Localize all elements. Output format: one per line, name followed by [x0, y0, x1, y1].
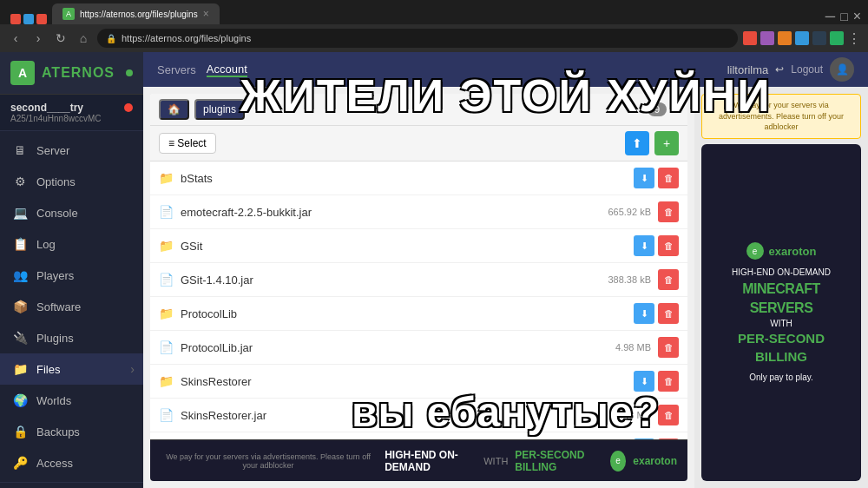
browser-tabs: A https://aternos.org/files/plugins × ─ … [0, 0, 868, 24]
username-label: liltorilma [727, 63, 769, 76]
players-nav-icon: 👥 [12, 267, 28, 283]
sidebar-item-console[interactable]: 💻 Console [0, 197, 143, 228]
file-item-protocollib-jar[interactable]: 📄 ProtocolLib.jar 4.98 MB 🗑 [150, 331, 687, 365]
file-toolbar: ≡ Select ⬆ + [150, 126, 687, 162]
ext2-icon[interactable] [760, 31, 774, 45]
file-item-skinsrestorer-folder[interactable]: 📁 SkinsRestorer ⬇ 🗑 [150, 365, 687, 399]
top-nav-servers[interactable]: Servers [157, 63, 196, 76]
server-nav-label: Server [36, 144, 69, 157]
file-item-update-folder[interactable]: 📁 update ⬇ 🗑 [150, 432, 687, 439]
window-minimize[interactable]: ─ [825, 9, 835, 24]
backups-nav-icon: 🔒 [12, 424, 28, 439]
console-nav-icon: 💻 [12, 205, 28, 221]
plugins-nav-icon: 🔌 [12, 330, 28, 346]
sidebar-item-plugins[interactable]: 🔌 Plugins [0, 322, 143, 353]
software-nav-icon: 📦 [12, 299, 28, 314]
ext3-icon[interactable] [778, 31, 792, 45]
sidebar-item-players[interactable]: 👥 Players [0, 260, 143, 291]
file-item-actions: ⬇ 🗑 [634, 168, 679, 188]
ad-only-text: Only pay to play. [749, 373, 813, 382]
file-item-name: bStats [181, 172, 634, 185]
sidebar-item-files[interactable]: 📁 Files [0, 353, 143, 385]
file-item-name: GSit-1.4.10.jar [181, 274, 608, 287]
server-status-indicator [124, 103, 133, 112]
file-item-protocollib-folder[interactable]: 📁 ProtocolLib ⬇ 🗑 [150, 297, 687, 331]
exaroton-ad-banner[interactable]: e exaroton HIGH-END ON-DEMAND MINECRAFT … [701, 144, 861, 481]
sidebar-item-software[interactable]: 📦 Software [0, 291, 143, 322]
home-btn[interactable]: ⌂ [75, 30, 92, 47]
delete-btn[interactable]: 🗑 [658, 201, 679, 222]
delete-btn[interactable]: 🗑 [658, 269, 679, 290]
file-item-gsit-folder[interactable]: 📁 GSit ⬇ 🗑 [150, 229, 687, 263]
access-nav-label: Access [36, 457, 73, 470]
sidebar-item-worlds[interactable]: 🌍 Worlds [0, 385, 143, 416]
worlds-nav-label: Worlds [36, 394, 71, 407]
delete-btn[interactable]: 🗑 [658, 371, 679, 392]
user-section: liltorilma ↩ Logout 👤 [727, 57, 854, 82]
file-item-bstats[interactable]: 📁 bStats ⬇ 🗑 [150, 162, 687, 195]
active-tab[interactable]: A https://aternos.org/files/plugins × [52, 3, 220, 24]
download-btn[interactable]: ⬇ [634, 235, 654, 256]
sidebar-item-options[interactable]: ⚙ Options [0, 166, 143, 197]
sidebar-item-log[interactable]: 📋 Log [0, 228, 143, 260]
ext4-icon[interactable] [795, 31, 809, 45]
address-text: https://aternos.org/files/plugins [122, 33, 251, 43]
window-maximize[interactable]: □ [840, 10, 847, 23]
file-item-skinsrestorer-jar[interactable]: 📄 SkinsRestorer.jar 2.43 MB 🗑 [150, 399, 687, 432]
file-item-name: emotecraft-2.2.5-bukkit.jar [181, 206, 608, 219]
file-icon: 📄 [159, 273, 174, 287]
server-sub-label: A25/1n4uHnn8wccvMC [10, 114, 133, 123]
software-nav-label: Software [36, 300, 81, 313]
sidebar-item-server[interactable]: 🖥 Server [0, 135, 143, 166]
file-count-badge: 9 [648, 102, 667, 116]
refresh-btn[interactable]: ↻ [52, 30, 69, 47]
server-name-label: second____try [10, 102, 133, 114]
breadcrumb-home-btn[interactable]: 🏠 [159, 99, 189, 120]
delete-btn[interactable]: 🗑 [658, 168, 679, 188]
sidebar-item-backups[interactable]: 🔒 Backups [0, 416, 143, 447]
files-nav-label: Files [36, 363, 60, 376]
delete-btn[interactable]: 🗑 [658, 303, 679, 324]
file-breadcrumb-bar: 🏠 plugins 9 [150, 94, 687, 126]
ext5-icon[interactable] [812, 31, 826, 45]
back-btn[interactable]: ‹ [7, 30, 24, 47]
new-folder-btn[interactable]: + [654, 131, 679, 155]
file-item-emotecraft[interactable]: 📄 emotecraft-2.2.5-bukkit.jar 665.92 kB … [150, 195, 687, 229]
breadcrumb-plugins-btn[interactable]: plugins [194, 99, 245, 120]
server-selector[interactable]: second____try A25/1n4uHnn8wccvMC [0, 95, 143, 131]
sidebar-header: A ATERNOS [0, 52, 143, 95]
tab-close-btn[interactable]: × [203, 8, 209, 20]
worlds-nav-icon: 🌍 [12, 392, 28, 408]
folder-icon: 📁 [159, 374, 174, 388]
security-icon: 🔒 [106, 34, 116, 43]
download-btn[interactable]: ⬇ [634, 303, 654, 324]
exaroton-brand: e exaroton [746, 242, 817, 260]
file-icon: 📄 [159, 340, 174, 354]
file-item-size: 388.38 kB [608, 274, 651, 285]
delete-btn[interactable]: 🗑 [658, 405, 679, 425]
browser-menu-btn[interactable]: ⋮ [847, 30, 861, 47]
ext6-icon[interactable] [830, 31, 844, 45]
file-item-gsit-jar[interactable]: 📄 GSit-1.4.10.jar 388.38 kB 🗑 [150, 263, 687, 297]
download-btn[interactable]: ⬇ [634, 371, 654, 392]
forward-btn[interactable]: › [30, 30, 47, 47]
bottom-ad-notice: We pay for your servers via advertisemen… [161, 452, 376, 470]
upload-btn[interactable]: ⬆ [625, 131, 649, 155]
top-nav-account[interactable]: Account [207, 63, 247, 77]
file-item-actions: 🗑 [658, 201, 679, 222]
bottom-ad-billing: PER-SECOND BILLING [515, 449, 602, 473]
logout-label[interactable]: Logout [791, 63, 823, 76]
sidebar-item-access[interactable]: 🔑 Access [0, 447, 143, 478]
delete-btn[interactable]: 🗑 [658, 337, 679, 358]
download-btn[interactable]: ⬇ [634, 168, 654, 188]
file-item-name: ProtocolLib [181, 307, 634, 320]
delete-btn[interactable]: 🗑 [658, 235, 679, 256]
file-manager-panel: 🏠 plugins 9 ≡ Select ⬆ + 📁 [150, 94, 687, 481]
files-nav-icon: 📁 [12, 361, 28, 377]
file-item-size: 665.92 kB [608, 207, 651, 217]
ext1-icon[interactable] [743, 31, 757, 45]
address-bar[interactable]: 🔒 https://aternos.org/files/plugins [97, 29, 738, 48]
browser-chrome: A https://aternos.org/files/plugins × ─ … [0, 0, 868, 52]
window-close[interactable]: × [853, 9, 861, 24]
select-files-btn[interactable]: ≡ Select [159, 133, 216, 154]
